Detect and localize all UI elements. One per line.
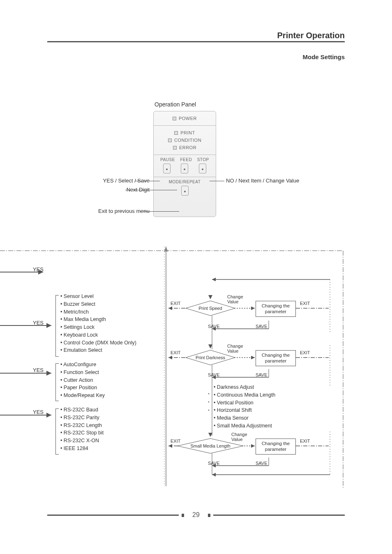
- page-subtitle: Mode Settings: [302, 53, 345, 60]
- exit-6: EXIT: [300, 439, 310, 443]
- led-power: POWER: [154, 115, 216, 122]
- exit-4: EXIT: [300, 301, 310, 306]
- change-val-3: ChangeValue: [231, 432, 247, 442]
- led-print: PRINT: [154, 129, 216, 136]
- exit-2: EXIT: [171, 350, 180, 355]
- box-change-param-2: Changing the parameter: [256, 350, 296, 366]
- box-change-param-1: Changing the parameter: [256, 301, 296, 317]
- decision-print-speed: Print Speed: [192, 306, 228, 311]
- menu-list-c: RS-232C BaudRS-232C ParityRS-232C Length…: [60, 406, 104, 452]
- menu-list-b: AutoConfigureFunction SelectCutter Actio…: [60, 361, 105, 399]
- save-3: SAVE: [208, 372, 220, 377]
- flowchart-svg: [0, 247, 392, 493]
- svg-point-28: [208, 393, 210, 395]
- svg-marker-38: [208, 295, 212, 299]
- page-title: Printer Operation: [277, 31, 345, 40]
- svg-point-30: [208, 410, 210, 411]
- yes-label-2: YES: [33, 320, 44, 326]
- exit-1: EXIT: [171, 301, 180, 306]
- mode-button[interactable]: [181, 186, 189, 196]
- save-2: SAVE: [256, 324, 267, 329]
- change-val-2: ChangeValue: [227, 344, 243, 353]
- box-change-param-3: Changing the parameter: [256, 439, 296, 455]
- footer-rule-left: [47, 515, 179, 516]
- save-1: SAVE: [208, 324, 220, 329]
- save-4: SAVE: [256, 372, 267, 377]
- stop-button[interactable]: [199, 164, 206, 173]
- pause-button[interactable]: [163, 164, 171, 173]
- stop-label: STOP: [197, 157, 209, 162]
- led-condition: CONDITION: [154, 136, 216, 144]
- mode-label: MODE/REPEAT: [154, 180, 216, 184]
- save-5: SAVE: [208, 461, 220, 466]
- exit-5: EXIT: [300, 350, 310, 355]
- callout-no: NO / Next Item / Change Value: [226, 178, 299, 184]
- yes-label-3: YES: [33, 367, 44, 373]
- change-val-1: ChangeValue: [227, 294, 243, 304]
- yes-label-1: YES: [33, 266, 44, 272]
- led-error: ERROR: [154, 144, 216, 151]
- operation-panel-label: Operation Panel: [154, 101, 196, 108]
- feed-label: FEED: [180, 157, 192, 162]
- pause-label: PAUSE: [160, 157, 175, 162]
- footer-rule-right: [213, 515, 345, 516]
- menu-list-a: Sensor LevelBuzzer SelectMetric/InchMax …: [60, 293, 136, 354]
- yes-label-4: YES: [33, 409, 44, 415]
- header-rule: [47, 41, 345, 42]
- menu-list-d: Darkness AdjustContinuous Media LengthVe…: [214, 383, 275, 430]
- decision-small-media: Small Media Length: [184, 443, 237, 448]
- save-6: SAVE: [256, 461, 267, 466]
- page-number: 29: [192, 511, 200, 519]
- svg-point-29: [208, 402, 210, 403]
- feed-button[interactable]: [181, 164, 188, 173]
- operation-panel: POWER PRINT CONDITION ERROR PAUSE FEED S…: [153, 111, 216, 217]
- decision-print-darkness: Print Darkness: [189, 355, 232, 360]
- exit-3: EXIT: [171, 439, 180, 443]
